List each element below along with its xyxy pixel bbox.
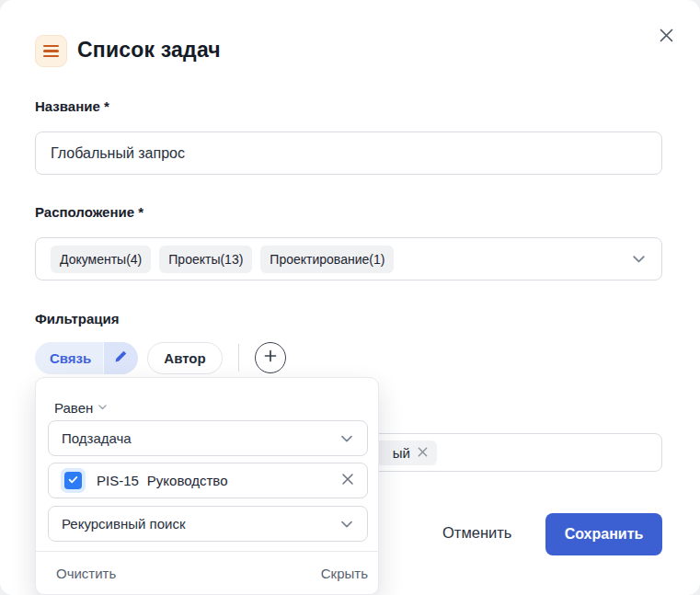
plus-icon <box>263 349 278 367</box>
name-label-text: Название <box>35 98 100 114</box>
task-name: Руководство <box>147 473 228 488</box>
chevron-down-icon <box>339 431 354 446</box>
page-title: Список задач <box>77 38 221 63</box>
search-mode-value: Рекурсивный поиск <box>62 516 185 532</box>
popover-footer: Очистить Скрыть <box>56 566 368 581</box>
menu-bar <box>43 45 59 48</box>
save-button[interactable]: Сохранить <box>545 513 662 555</box>
operator-select[interactable]: Равен <box>54 400 109 416</box>
checkmark-icon <box>67 473 79 489</box>
edit-filter-button[interactable] <box>103 342 138 374</box>
chevron-down-icon <box>339 517 354 532</box>
filter-chip-avtor[interactable]: Автор <box>147 342 222 374</box>
name-field-label: Название * <box>35 98 109 114</box>
add-filter-button[interactable] <box>255 342 286 373</box>
filtration-label: Фильтрация <box>35 311 120 326</box>
location-chip: Проекты(13) <box>159 246 252 273</box>
obscured-chip-text: ый <box>393 445 410 461</box>
close-icon <box>658 27 675 48</box>
search-mode-select[interactable]: Рекурсивный поиск <box>48 506 368 542</box>
menu-bar <box>43 55 59 58</box>
subtask-type-select[interactable]: Подзадача <box>48 420 368 456</box>
selected-task-row: PIS-15 Руководство <box>48 463 368 498</box>
filter-chip-label: Автор <box>164 350 205 366</box>
location-label-text: Расположение <box>35 204 134 220</box>
task-checkbox[interactable] <box>61 468 86 493</box>
x-icon <box>340 472 355 490</box>
divider <box>36 551 378 552</box>
required-mark: * <box>138 204 143 220</box>
location-chip: Проектирование(1) <box>260 246 394 273</box>
filter-popover: Равен Подзадача PIS-15 Руководство <box>35 377 379 595</box>
edit-pencil-icon <box>114 349 128 367</box>
required-mark: * <box>104 98 109 114</box>
location-field-label: Расположение * <box>35 204 143 220</box>
location-chip: Документы(4) <box>51 246 151 273</box>
name-input[interactable] <box>35 132 662 175</box>
clear-button[interactable]: Очистить <box>56 566 116 581</box>
operator-label: Равен <box>54 400 93 416</box>
divider <box>238 344 239 372</box>
task-code: PIS-15 <box>97 473 139 488</box>
menu-icon[interactable] <box>35 35 67 67</box>
checkbox-checked <box>64 472 82 489</box>
filter-chip-label[interactable]: Связь <box>35 342 103 374</box>
chevron-down-icon <box>631 251 647 267</box>
x-icon[interactable] <box>417 445 429 461</box>
close-button[interactable] <box>653 24 679 50</box>
location-select[interactable]: Документы(4) Проекты(13) Проектирование(… <box>35 237 662 280</box>
cancel-button[interactable]: Отменить <box>442 522 511 544</box>
chevron-down-icon <box>97 400 109 416</box>
menu-bar <box>43 50 59 52</box>
filter-chips-row: Связь Автор <box>35 341 286 374</box>
subtask-type-value: Подзадача <box>62 430 132 446</box>
filter-chip-svyaz[interactable]: Связь <box>35 342 138 374</box>
hide-button[interactable]: Скрыть <box>321 566 368 581</box>
task-list-dialog: Список задач Название * Расположение * Д… <box>0 0 700 595</box>
remove-task-button[interactable] <box>340 472 355 490</box>
